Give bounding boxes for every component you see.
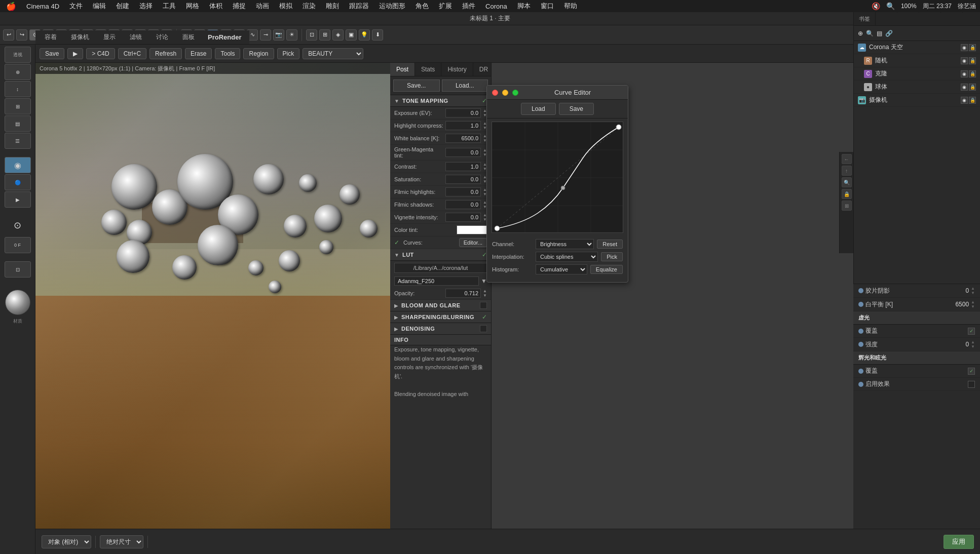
right-toolbar-link[interactable]: 🔗 — [885, 30, 893, 37]
menu-snap[interactable]: 捕捉 — [231, 2, 248, 11]
menu-help[interactable]: 帮助 — [562, 2, 579, 11]
menu-create[interactable]: 创建 — [114, 2, 131, 11]
toolbar-download[interactable]: ⬇ — [372, 29, 383, 41]
wb-prop-spinner[interactable]: ▲▼ — [971, 300, 975, 309]
coverage-checkbox[interactable]: ✓ — [968, 328, 975, 335]
menu-extend[interactable]: 扩展 — [437, 2, 454, 11]
menu-simulate[interactable]: 模拟 — [277, 2, 294, 11]
apple-menu[interactable]: 🍎 — [4, 2, 18, 11]
menu-mograph[interactable]: 运动图形 — [377, 2, 407, 11]
apply-effect-checkbox[interactable] — [968, 381, 975, 388]
denoising-header[interactable]: ▶ DENOISING — [390, 323, 491, 335]
highlight-input[interactable] — [445, 121, 481, 130]
apply-btn[interactable]: 应用 — [944, 535, 974, 549]
toolbar-camera[interactable]: 📷 — [273, 29, 284, 41]
toolbar-light2[interactable]: 💡 — [359, 29, 370, 41]
tools-button[interactable]: Tools — [215, 48, 240, 59]
right-toolbar-search[interactable]: 🔍 — [866, 30, 874, 37]
histogram-select[interactable]: Cumulative — [536, 264, 587, 274]
menu-character[interactable]: 角色 — [413, 2, 431, 11]
menu-cinema4d[interactable]: Cinema 4D — [24, 3, 61, 10]
toolbar-render-preview[interactable]: ▣ — [346, 29, 357, 41]
c4d-button[interactable]: > C4D — [86, 48, 115, 59]
scene-item-corona-sky[interactable]: ☁ Corona 天空 ◉ 🔒 — [854, 41, 980, 54]
opacity-input[interactable] — [445, 289, 481, 298]
denoising-check[interactable] — [480, 325, 487, 332]
lut-header[interactable]: ▼ LUT — [390, 249, 491, 261]
clone-lock[interactable]: 🔒 — [969, 70, 976, 77]
nav-tab-panel[interactable]: 面板 — [177, 31, 200, 43]
menu-window[interactable]: 窗口 — [539, 2, 556, 11]
sidebar-icon-8[interactable]: 🔵 — [5, 174, 31, 190]
sharpening-header[interactable]: ▶ SHARPENING/BLURRING — [390, 311, 491, 323]
erase-button[interactable]: Erase — [185, 48, 212, 59]
exposure-input[interactable] — [445, 108, 481, 117]
right-toolbar-filter[interactable]: ▤ — [877, 30, 882, 37]
scene-item-clone[interactable]: C 克隆 ◉ 🔒 — [854, 67, 980, 81]
bloom-check[interactable] — [480, 302, 487, 309]
arrow-button[interactable]: ▶ — [67, 48, 83, 59]
mute-icon[interactable]: 🔇 — [872, 2, 880, 10]
sidebar-icon-7[interactable]: ◉ — [5, 157, 31, 173]
viewport[interactable] — [35, 63, 390, 529]
tab-history[interactable]: History — [441, 63, 473, 76]
nav-tab-perspective[interactable]: 容着 — [40, 31, 62, 43]
strength-spinner[interactable]: ▲▼ — [971, 340, 975, 349]
curve-save-btn[interactable]: Save — [559, 103, 594, 115]
menu-render[interactable]: 渲染 — [300, 2, 318, 11]
camera-vis[interactable]: ◉ — [961, 97, 968, 104]
menu-tools[interactable]: 工具 — [161, 2, 178, 11]
nav-tab-filter[interactable]: 滤镜 — [125, 31, 147, 43]
menu-edit[interactable]: 编辑 — [91, 2, 108, 11]
menu-file[interactable]: 文件 — [67, 2, 85, 11]
ctrlc-button[interactable]: Ctrl+C — [118, 48, 146, 59]
nav-lock-btn[interactable]: 🔒 — [842, 189, 852, 199]
curve-canvas[interactable] — [492, 122, 623, 233]
tab-dr[interactable]: DR — [473, 63, 492, 76]
sphere-vis[interactable]: ◉ — [961, 84, 968, 91]
nav-left-btn[interactable]: ← — [842, 154, 852, 164]
rpanel-tab-bookmark[interactable]: 书签 — [854, 13, 876, 25]
filmic-hi-input[interactable] — [445, 187, 481, 196]
tab-stats[interactable]: Stats — [415, 63, 441, 76]
curve-minimize-btn[interactable] — [502, 90, 508, 96]
toolbar-snap[interactable]: ⊡ — [306, 29, 317, 41]
interpolation-select[interactable]: Cubic splines — [536, 252, 598, 262]
sidebar-icon-10[interactable]: ⊙ — [14, 220, 21, 231]
toolbar-undo[interactable]: ↩ — [3, 29, 14, 41]
corona-sky-lock[interactable]: 🔒 — [969, 44, 976, 51]
right-toolbar-add[interactable]: ⊕ — [858, 30, 863, 37]
opacity-spinner[interactable]: ▲▼ — [483, 289, 487, 298]
toolbar-light[interactable]: ☀ — [286, 29, 297, 41]
nav-tab-display[interactable]: 显示 — [98, 31, 121, 43]
lut-preset-select[interactable]: Adanmq_F250 — [394, 276, 479, 286]
post-save-btn[interactable]: Save... — [393, 80, 440, 92]
channel-select[interactable]: Brightness — [536, 239, 594, 249]
menu-mesh[interactable]: 网格 — [184, 2, 201, 11]
color-tint-swatch[interactable] — [457, 225, 487, 234]
gm-input[interactable] — [445, 148, 481, 157]
beauty-select[interactable]: BEAUTY — [303, 48, 363, 59]
sidebar-icon-4[interactable]: ⊞ — [5, 98, 31, 114]
sidebar-icon-9[interactable]: ▶ — [5, 191, 31, 208]
curve-load-btn[interactable]: Load — [521, 103, 556, 115]
vignette-input[interactable] — [445, 213, 481, 222]
region-button[interactable]: Region — [243, 48, 274, 59]
corona-sky-vis[interactable]: ◉ — [961, 44, 968, 51]
refresh-button[interactable]: Refresh — [149, 48, 182, 59]
filmic-sh-input[interactable] — [445, 200, 481, 209]
scene-item-camera[interactable]: 📷 摄像机 ◉ 🔒 — [854, 94, 980, 107]
sidebar-perspective[interactable]: 透视 — [5, 47, 31, 63]
nav-tab-camera[interactable]: 摄像机 — [66, 31, 94, 43]
sidebar-icon-3[interactable]: ↕ — [5, 81, 31, 97]
sidebar-icon-2[interactable]: ⊕ — [5, 64, 31, 80]
menu-animate[interactable]: 动画 — [254, 2, 271, 11]
sidebar-icon-6[interactable]: ☰ — [5, 133, 31, 149]
save-button[interactable]: Save — [40, 48, 64, 59]
tab-post[interactable]: Post — [390, 63, 415, 76]
post-load-btn[interactable]: Load... — [442, 80, 488, 92]
tone-mapping-header[interactable]: ▼ TONE MAPPING — [390, 95, 491, 107]
nav-tab-discuss[interactable]: 讨论 — [151, 31, 173, 43]
sidebar-icon-snap2[interactable]: ⊡ — [5, 261, 31, 278]
equalize-btn[interactable]: Equalize — [590, 265, 623, 274]
